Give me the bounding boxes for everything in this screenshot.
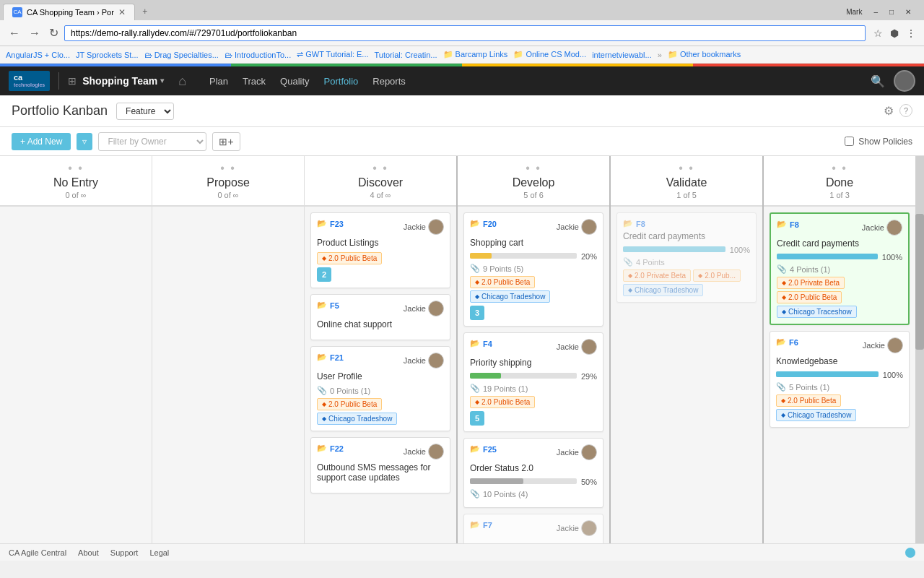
column-title-done: Done bbox=[770, 176, 910, 189]
new-tab-button[interactable]: + bbox=[138, 4, 152, 19]
points-value: 4 Points (1) bbox=[790, 265, 830, 274]
nav-track[interactable]: Track bbox=[237, 73, 271, 90]
attachment-icon: 📎 bbox=[777, 264, 787, 274]
bookmark-other[interactable]: 📁 Other bookmarks bbox=[668, 50, 741, 59]
maximize-button[interactable]: □ bbox=[885, 7, 898, 17]
filter-icon-button[interactable]: ▿ bbox=[77, 133, 92, 150]
card-f4-header: 📂 F4 Jackie bbox=[470, 339, 597, 355]
column-dots: • • bbox=[310, 162, 450, 175]
card-f7-owner-area: Jackie bbox=[557, 520, 597, 536]
address-bar[interactable] bbox=[64, 25, 866, 41]
progress-fill bbox=[777, 254, 878, 259]
progress-fill bbox=[470, 478, 523, 484]
nav-portfolio[interactable]: Portfolio bbox=[318, 73, 365, 90]
close-button[interactable]: ✕ bbox=[901, 7, 915, 17]
column-dots: • • bbox=[616, 162, 757, 175]
card-f6-owner-area: Jackie bbox=[863, 337, 903, 353]
card-f20[interactable]: 📂 F20 Jackie Shopping cart 20% bbox=[463, 212, 603, 327]
help-icon[interactable]: ? bbox=[899, 104, 912, 117]
card-f20-id: 📂 F20 bbox=[470, 219, 497, 228]
column-header-propose: • • Propose 0 of ∞ bbox=[152, 156, 304, 207]
header-divider bbox=[58, 72, 59, 90]
nav-plan[interactable]: Plan bbox=[204, 73, 234, 90]
nav-reports[interactable]: Reports bbox=[367, 73, 411, 90]
progress-label: 20% bbox=[581, 252, 597, 261]
browser-chrome: CA CA Shopping Team › Por ✕ + Mark – □ ✕… bbox=[0, 0, 924, 66]
card-f25-owner-area: Jackie bbox=[557, 444, 597, 460]
bookmark-angularjs[interactable]: AngularJS + Clo... bbox=[6, 51, 70, 59]
column-done: • • Done 1 of 3 📂 F8 Jackie Credit card … bbox=[764, 156, 915, 543]
vertical-scrollbar[interactable] bbox=[915, 156, 924, 543]
card-f25[interactable]: 📂 F25 Jackie Order Status 2.0 50% bbox=[463, 438, 603, 508]
tag-public-beta: ◆2.0 Public Beta bbox=[470, 276, 535, 288]
app-nav: Plan Track Quality Portfolio Reports bbox=[204, 73, 411, 90]
bookmark-jt[interactable]: JT Sprockets St... bbox=[76, 51, 139, 59]
briefcase-icon: 📂 bbox=[776, 337, 786, 347]
card-f23-id: 📂 F23 bbox=[317, 219, 344, 228]
user-avatar[interactable] bbox=[894, 70, 915, 92]
team-selector[interactable]: Shopping Team ▾ bbox=[82, 75, 164, 87]
filter-owner-select[interactable]: Filter by Owner bbox=[98, 132, 206, 151]
type-selector[interactable]: Feature bbox=[116, 103, 174, 120]
diamond-icon: ◆ bbox=[782, 280, 786, 286]
bookmark-tutorial[interactable]: Tutorial: Creatin... bbox=[375, 51, 437, 59]
footer-link-support[interactable]: Support bbox=[110, 548, 139, 557]
add-new-button[interactable]: + Add New bbox=[12, 133, 71, 150]
bookmark-barcamp[interactable]: 📁 Barcamp Links bbox=[443, 50, 508, 59]
card-f22[interactable]: 📂 F22 Jackie Outbound SMS messages for s… bbox=[310, 437, 450, 493]
tab-close-button[interactable]: ✕ bbox=[118, 7, 126, 17]
nav-quality[interactable]: Quality bbox=[274, 73, 315, 90]
scroll-thumb[interactable] bbox=[915, 214, 924, 350]
bookmark-intro[interactable]: 🗁 IntroductionTo... bbox=[225, 51, 291, 59]
back-button[interactable]: ← bbox=[6, 25, 23, 41]
card-f5[interactable]: 📂 F5 Jackie Online chat support bbox=[310, 294, 450, 340]
card-f6[interactable]: 📂 F6 Jackie Knowledgebase 100% bbox=[770, 331, 910, 428]
diamond-icon: ◆ bbox=[628, 272, 632, 279]
progress-fill bbox=[470, 253, 492, 259]
active-tab[interactable]: CA CA Shopping Team › Por ✕ bbox=[3, 4, 135, 20]
diamond-icon: ◆ bbox=[322, 255, 326, 262]
settings-icon[interactable]: ⚙ bbox=[884, 104, 894, 118]
forward-button[interactable]: → bbox=[26, 25, 43, 41]
apps-icon[interactable]: ⊞ bbox=[68, 75, 77, 87]
attachment-icon: 📎 bbox=[470, 384, 480, 393]
card-f4[interactable]: 📂 F4 Jackie Priority shipping 29% bbox=[463, 332, 603, 432]
search-icon[interactable]: 🔍 bbox=[871, 74, 885, 88]
card-f8-validate-title: Credit card payments bbox=[623, 231, 750, 241]
card-f8-done-points: 📎 4 Points (1) bbox=[777, 264, 902, 274]
minimize-button[interactable]: – bbox=[869, 7, 882, 17]
card-f20-owner-name: Jackie bbox=[557, 223, 579, 231]
card-f8-done[interactable]: 📂 F8 Jackie Credit card payments 100% bbox=[770, 212, 910, 325]
card-f7-owner-name: Jackie bbox=[557, 524, 579, 532]
column-dots: • • bbox=[770, 162, 910, 175]
card-f20-owner-area: Jackie bbox=[557, 219, 597, 235]
card-f21-points-value: 0 Points (1) bbox=[330, 387, 370, 395]
card-f8-validate[interactable]: 📂 F8 Credit card payments 100% 📎 4 Point… bbox=[616, 212, 757, 303]
card-f21[interactable]: 📂 F21 Jackie User Profile 📎 0 Points (1)… bbox=[310, 346, 450, 431]
card-f6-tags: ◆2.0 Public Beta ◆Chicago Tradeshow bbox=[776, 394, 903, 421]
group-button[interactable]: ⊞+ bbox=[212, 132, 240, 151]
refresh-button[interactable]: ↻ bbox=[46, 25, 61, 41]
briefcase-icon: 📂 bbox=[470, 339, 480, 348]
bookmark-online[interactable]: 📁 Online CS Mod... bbox=[513, 50, 586, 59]
footer-link-about[interactable]: About bbox=[78, 548, 99, 557]
card-f5-id: 📂 F5 bbox=[317, 301, 339, 310]
card-f7[interactable]: 📂 F7 Jackie bbox=[463, 514, 603, 543]
footer-link-ca-agile[interactable]: CA Agile Central bbox=[9, 548, 66, 557]
bookmark-drag[interactable]: 🗁 Drag Specialties... bbox=[144, 51, 219, 59]
card-f5-header: 📂 F5 Jackie bbox=[317, 301, 444, 316]
star-button[interactable]: ☆ bbox=[871, 26, 885, 40]
card-f6-id: 📂 F6 bbox=[776, 337, 798, 347]
bookmarks-more[interactable]: » bbox=[658, 51, 662, 59]
column-no-entry: • • No Entry 0 of ∞ bbox=[0, 156, 152, 543]
extensions-button[interactable]: ⬢ bbox=[888, 26, 901, 40]
points-value: 5 Points (1) bbox=[789, 383, 829, 392]
points-value: 9 Points (5) bbox=[483, 264, 523, 273]
bookmark-gwt[interactable]: ⇌ GWT Tutorial: E... bbox=[297, 50, 368, 59]
card-f23[interactable]: 📂 F23 Jackie Product Listings ◆2.0 Publi… bbox=[310, 212, 450, 288]
bookmark-internet[interactable]: internetviewabl... bbox=[592, 51, 652, 59]
menu-button[interactable]: ⋮ bbox=[904, 26, 918, 40]
show-policies-checkbox[interactable] bbox=[845, 137, 854, 146]
home-icon[interactable]: ⌂ bbox=[178, 74, 186, 89]
footer-link-legal[interactable]: Legal bbox=[149, 548, 169, 557]
